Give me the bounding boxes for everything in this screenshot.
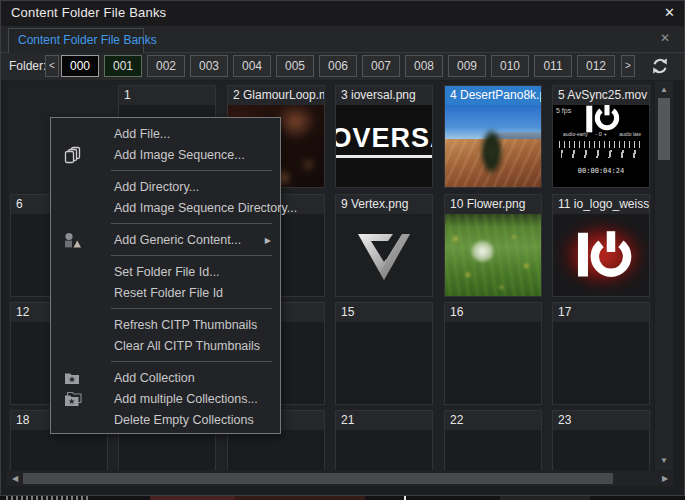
tab-content-folder-file-banks[interactable]: Content Folder File Banks: [8, 28, 144, 53]
file-slot-label: 5 AvSync25.mov: [558, 88, 647, 102]
folder-button-012[interactable]: 012: [577, 55, 615, 77]
background-screen-sliver: [0, 496, 685, 500]
scroll-right-icon[interactable]: ▶: [658, 471, 672, 486]
menu-item-delete-empty-collections[interactable]: Delete Empty Collections: [51, 409, 280, 430]
background-fragment: [6, 496, 90, 500]
avsync-zero-label: - 0 +: [595, 131, 607, 137]
horizontal-scrollbar[interactable]: ◀ ▶: [7, 471, 673, 486]
menu-item-add-generic-content[interactable]: Add Generic Content... ▶: [51, 229, 280, 250]
io-logo-white-icon: [578, 105, 624, 144]
horizontal-scroll-thumb[interactable]: [23, 473, 613, 484]
desertpano-thumbnail: [445, 105, 541, 187]
folder-next-button[interactable]: >: [621, 55, 635, 77]
folder-button-010[interactable]: 010: [491, 55, 529, 77]
file-slot-label: 6: [16, 197, 23, 211]
title-bar[interactable]: Content Folder File Banks ✕: [1, 1, 684, 26]
menu-item-add-file[interactable]: Add File...: [51, 123, 280, 144]
file-slot-16[interactable]: 16: [444, 302, 542, 405]
window-close-icon[interactable]: ✕: [664, 5, 675, 20]
scroll-up-icon[interactable]: ▲: [655, 83, 673, 97]
vertical-scrollbar[interactable]: ▲ ▼: [655, 81, 673, 470]
generic-content-shapes-icon: [63, 231, 83, 249]
avsync-audio-late-label: audio late: [619, 131, 641, 137]
folder-button-008[interactable]: 008: [405, 55, 443, 77]
background-fragment: [235, 496, 365, 500]
file-slot-22[interactable]: 22: [444, 410, 542, 470]
content-folder-file-banks-window: Content Folder File Banks ✕ Content Fold…: [0, 0, 685, 496]
avsync-audio-early-label: audio-early: [563, 131, 588, 137]
flower-thumbnail: [445, 214, 541, 296]
add-collection-folder-icon: [63, 369, 83, 387]
scroll-down-icon[interactable]: ▼: [655, 454, 673, 468]
file-slot-9[interactable]: 9 Vertex.png: [335, 194, 433, 297]
vertex-logo-thumbnail: [336, 214, 432, 296]
folder-button-001[interactable]: 001: [104, 55, 142, 77]
folder-button-002[interactable]: 002: [147, 55, 185, 77]
file-slot-label: 9 Vertex.png: [341, 197, 408, 211]
background-fragment: [150, 496, 235, 500]
file-slot-4-selected[interactable]: 4 DesertPano8k.pn: [444, 85, 542, 188]
file-slot-21[interactable]: 21: [335, 410, 433, 470]
menu-separator: [51, 356, 280, 367]
folder-button-006[interactable]: 006: [319, 55, 357, 77]
file-slot-label: 11 io_logo_weiss_re: [558, 197, 649, 211]
file-slot-17[interactable]: 17: [552, 302, 650, 405]
ioversal-thumbnail: iOVERSAL: [336, 105, 432, 187]
menu-item-add-collection[interactable]: Add Collection: [51, 367, 280, 388]
window-title: Content Folder File Banks: [11, 5, 166, 20]
tab-label: Content Folder File Banks: [18, 33, 157, 47]
file-slot-label: 16: [450, 305, 463, 319]
menu-separator: [51, 218, 280, 229]
refresh-icon[interactable]: [650, 56, 670, 76]
menu-separator: [51, 165, 280, 176]
file-slot-label: 1: [124, 88, 131, 102]
folder-button-000[interactable]: 000: [61, 55, 99, 77]
menu-item-add-image-sequence[interactable]: Add Image Sequence...: [51, 144, 280, 165]
file-slot-label: 15: [341, 305, 354, 319]
ioversal-logo-text: iOVERSAL: [336, 123, 432, 158]
menu-item-add-multiple-collections[interactable]: Add multiple Collections...: [51, 388, 280, 409]
file-slot-label: 22: [450, 413, 463, 427]
avsync-timecode: 00:00:04:24: [553, 167, 649, 175]
add-multiple-collections-folder-icon: [63, 390, 83, 408]
menu-item-clear-all-citp-thumbnails[interactable]: Clear All CITP Thumbnails: [51, 335, 280, 356]
folder-button-003[interactable]: 003: [190, 55, 228, 77]
file-slot-label: 18: [16, 413, 29, 427]
avsync-fps-label: 5 fps: [556, 107, 571, 114]
file-slot-label: 23: [558, 413, 571, 427]
folder-toolbar: Folder: < 000001002003004005006007008009…: [1, 53, 684, 80]
file-slot-15[interactable]: 15: [335, 302, 433, 405]
folder-button-009[interactable]: 009: [448, 55, 486, 77]
avsync-thumbnail: 5 fps audio-early - 0 + audio late: [553, 105, 649, 187]
file-slot-label: 4 DesertPano8k.pn: [450, 88, 541, 102]
vertical-scroll-thumb[interactable]: [658, 98, 670, 160]
folder-button-011[interactable]: 011: [534, 55, 572, 77]
file-slot-label: 12: [16, 305, 29, 319]
image-sequence-icon: [63, 146, 83, 164]
file-slot-label: 3 ioversal.png: [341, 88, 416, 102]
file-slot-label: 21: [341, 413, 354, 427]
file-slot-10[interactable]: 10 Flower.png: [444, 194, 542, 297]
scroll-left-icon[interactable]: ◀: [8, 471, 22, 486]
tab-close-icon[interactable]: ✕: [660, 31, 670, 45]
folder-button-004[interactable]: 004: [233, 55, 271, 77]
menu-separator: [51, 303, 280, 314]
file-slot-11[interactable]: 11 io_logo_weiss_re: [552, 194, 650, 297]
file-slot-label: 2 GlamourLoop.mp: [233, 88, 324, 102]
file-slot-3[interactable]: 3 ioversal.png iOVERSAL: [335, 85, 433, 188]
folder-prev-button[interactable]: <: [45, 55, 59, 77]
folder-button-007[interactable]: 007: [362, 55, 400, 77]
background-fragment: [404, 496, 406, 500]
folder-button-005[interactable]: 005: [276, 55, 314, 77]
file-slot-label: 10 Flower.png: [450, 197, 525, 211]
menu-item-add-image-sequence-directory[interactable]: Add Image Sequence Directory...: [51, 197, 280, 218]
menu-item-set-folder-file-id[interactable]: Set Folder File Id...: [51, 261, 280, 282]
avsync-coarse-ticks: [561, 150, 641, 158]
menu-item-reset-folder-file-id[interactable]: Reset Folder File Id: [51, 282, 280, 303]
io-logo-red-thumbnail: [553, 214, 649, 296]
menu-item-refresh-citp-thumbnails[interactable]: Refresh CITP Thumbnails: [51, 314, 280, 335]
menu-item-add-directory[interactable]: Add Directory...: [51, 176, 280, 197]
file-slot-label: 17: [558, 305, 571, 319]
file-slot-5[interactable]: 5 AvSync25.mov 5 fps audio-early - 0 +: [552, 85, 650, 188]
file-slot-23[interactable]: 23: [552, 410, 650, 470]
